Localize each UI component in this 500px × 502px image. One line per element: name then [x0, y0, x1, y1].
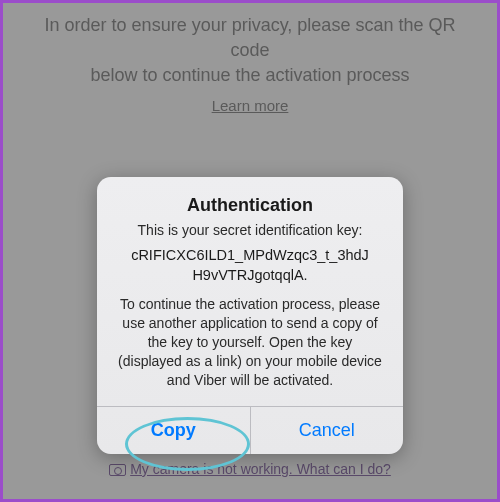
- camera-icon: [109, 464, 124, 476]
- camera-help-link[interactable]: My camera is not working. What can I do?: [3, 461, 497, 477]
- privacy-instruction: In order to ensure your privacy, please …: [3, 13, 497, 89]
- cancel-button[interactable]: Cancel: [251, 407, 404, 454]
- modal-title: Authentication: [97, 177, 403, 222]
- copy-button[interactable]: Copy: [97, 407, 251, 454]
- modal-instructions: To continue the activation process, plea…: [97, 295, 403, 405]
- learn-more-link[interactable]: Learn more: [3, 97, 497, 114]
- modal-button-row: Copy Cancel: [97, 406, 403, 454]
- secret-key-text: cRIFICXC6ILD1_MPdWzqc3_t_3hdJH9vVTRJgotq…: [97, 246, 403, 295]
- authentication-modal: Authentication This is your secret ident…: [97, 177, 403, 454]
- modal-subtitle: This is your secret identification key:: [97, 222, 403, 246]
